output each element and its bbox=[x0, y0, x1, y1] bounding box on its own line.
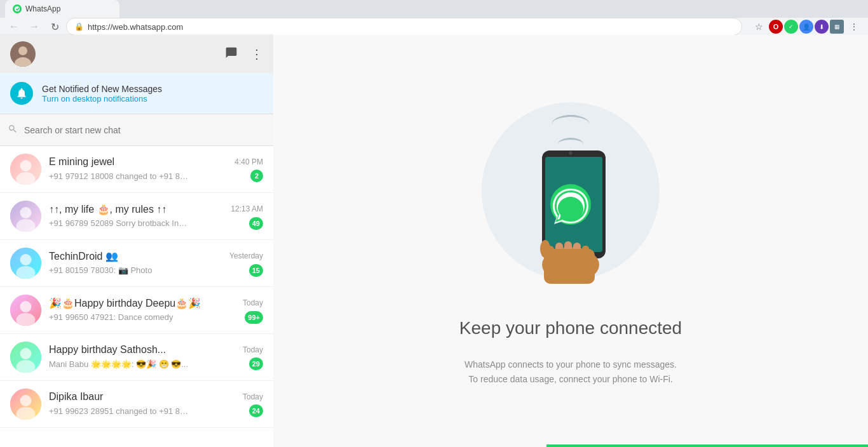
avatar[interactable] bbox=[10, 41, 36, 67]
chat-avatar bbox=[10, 154, 41, 185]
chat-avatar bbox=[10, 389, 41, 420]
browser-toolbar: ← → ↻ 🔒 https://web.whatsapp.com ☆ O ✓ 👤… bbox=[0, 18, 868, 36]
bookmark-button[interactable]: ☆ bbox=[750, 18, 768, 36]
right-panel: Keep your phone connected WhatsApp conne… bbox=[273, 35, 868, 447]
tab-favicon bbox=[13, 4, 22, 13]
list-item[interactable]: Happy birthday Sathosh... Today Mani Bab… bbox=[0, 334, 273, 381]
list-item[interactable]: TechinDroid 👥 Yesterday +91 80159 78030:… bbox=[0, 240, 273, 287]
chat-content: TechinDroid 👥 Yesterday +91 80159 78030:… bbox=[49, 250, 263, 277]
notification-banner: Get Notified of New Messages Turn on des… bbox=[0, 73, 273, 114]
lock-icon: 🔒 bbox=[74, 22, 84, 31]
profile-icon-blue: 👤 bbox=[799, 20, 813, 34]
phone-illustration bbox=[475, 96, 666, 299]
opera-icon: O bbox=[769, 20, 783, 34]
chat-name: E mining jewel bbox=[49, 156, 114, 168]
notification-link[interactable]: Turn on desktop notifications bbox=[42, 94, 162, 103]
chat-time: 12:13 AM bbox=[231, 204, 263, 213]
extension-icon-gray: ▦ bbox=[830, 20, 844, 34]
status-badge: 2 bbox=[250, 170, 263, 182]
browser-actions: ☆ O ✓ 👤 ⬇ ▦ ⋮ bbox=[750, 18, 863, 36]
chat-avatar bbox=[10, 248, 41, 279]
chat-avatar bbox=[10, 342, 41, 373]
browser-tabs: WhatsApp bbox=[0, 0, 868, 18]
new-chat-icon[interactable] bbox=[225, 46, 238, 62]
menu-button[interactable]: ⋮ bbox=[845, 18, 863, 36]
browser-chrome: WhatsApp ← → ↻ 🔒 https://web.whatsapp.co… bbox=[0, 0, 868, 35]
search-input[interactable] bbox=[24, 125, 266, 135]
list-item[interactable]: ↑↑, my life 🎂, my rules ↑↑ 12:13 AM +91 … bbox=[0, 193, 273, 240]
status-badge: 49 bbox=[249, 217, 263, 230]
chat-content: E mining jewel 4:40 PM +91 97912 18008 c… bbox=[49, 156, 263, 182]
notification-bell-icon bbox=[10, 82, 33, 105]
chat-message: +91 99650 47921: Dance comedy bbox=[49, 312, 173, 322]
chat-content: Dipika Ibaur Today +91 99623 28951 chang… bbox=[49, 391, 263, 417]
chat-name: Dipika Ibaur bbox=[49, 391, 103, 403]
url-text: https://web.whatsapp.com bbox=[88, 22, 183, 32]
browser-tab[interactable]: WhatsApp bbox=[5, 0, 119, 18]
chat-message: +91 97912 18008 changed to +91 889... bbox=[49, 171, 189, 181]
welcome-title: Keep your phone connected bbox=[459, 318, 682, 338]
chat-bottom: +91 96789 52089 Sorry brotback Inv... 49 bbox=[49, 217, 263, 230]
welcome-content: Keep your phone connected WhatsApp conne… bbox=[434, 70, 707, 411]
header-icons: ⋮ bbox=[225, 46, 263, 62]
bottom-green-bar bbox=[546, 444, 868, 447]
app-container: ⋮ Get Notified of New Messages Turn on d… bbox=[0, 35, 868, 447]
chat-time: 4:40 PM bbox=[234, 157, 263, 166]
menu-icon[interactable]: ⋮ bbox=[250, 46, 263, 62]
chat-avatar bbox=[10, 295, 41, 326]
chat-bottom: +91 99623 28951 changed to +91 800... 24 bbox=[49, 404, 263, 417]
chat-top: ↑↑, my life 🎂, my rules ↑↑ 12:13 AM bbox=[49, 203, 263, 215]
chat-bottom: +91 80159 78030: 📷 Photo 15 bbox=[49, 264, 263, 277]
svg-point-2 bbox=[18, 46, 27, 55]
chat-name: TechinDroid 👥 bbox=[49, 250, 118, 262]
welcome-description: WhatsApp connects to your phone to sync … bbox=[463, 357, 679, 386]
chat-name: 🎉🎂Happy birthday Deepu🎂🎉 bbox=[49, 297, 201, 309]
chat-time: Yesterday bbox=[229, 251, 263, 260]
notification-title: Get Notified of New Messages bbox=[42, 84, 162, 94]
list-item[interactable]: Dipika Ibaur Today +91 99623 28951 chang… bbox=[0, 381, 273, 428]
svg-point-20 bbox=[20, 395, 32, 406]
address-bar[interactable]: 🔒 https://web.whatsapp.com bbox=[66, 18, 742, 36]
svg-rect-33 bbox=[544, 249, 595, 284]
chat-bottom: Mani Babu 🌟🌟🌟🌟: 😎🎉 😁 😎... 29 bbox=[49, 357, 263, 370]
search-bar bbox=[0, 114, 273, 146]
svg-point-24 bbox=[569, 151, 573, 155]
list-item[interactable]: 🎉🎂Happy birthday Deepu🎂🎉 Today +91 99650… bbox=[0, 287, 273, 334]
chat-content: ↑↑, my life 🎂, my rules ↑↑ 12:13 AM +91 … bbox=[49, 203, 263, 230]
reload-button[interactable]: ↻ bbox=[46, 18, 64, 36]
back-button[interactable]: ← bbox=[5, 18, 23, 36]
phone-hand-wrapper bbox=[507, 138, 634, 299]
status-badge: 99+ bbox=[245, 311, 263, 324]
chat-top: 🎉🎂Happy birthday Deepu🎂🎉 Today bbox=[49, 297, 263, 309]
chat-time: Today bbox=[243, 345, 263, 354]
tab-title: WhatsApp bbox=[25, 4, 60, 13]
wifi-arc-large bbox=[552, 115, 590, 134]
list-item[interactable]: E mining jewel 4:40 PM +91 97912 18008 c… bbox=[0, 146, 273, 193]
chat-top: E mining jewel 4:40 PM bbox=[49, 156, 263, 168]
chat-name: Happy birthday Sathosh... bbox=[49, 344, 166, 356]
phone-hand-svg bbox=[507, 138, 634, 297]
chat-time: Today bbox=[243, 298, 263, 307]
svg-point-8 bbox=[20, 207, 32, 218]
chat-time: Today bbox=[243, 392, 263, 401]
chat-list: E mining jewel 4:40 PM +91 97912 18008 c… bbox=[0, 146, 273, 447]
chat-bottom: +91 99650 47921: Dance comedy 99+ bbox=[49, 311, 263, 324]
chat-content: 🎉🎂Happy birthday Deepu🎂🎉 Today +91 99650… bbox=[49, 297, 263, 324]
search-icon bbox=[8, 124, 18, 137]
chat-message: Mani Babu 🌟🌟🌟🌟: 😎🎉 😁 😎... bbox=[49, 359, 188, 369]
forward-button[interactable]: → bbox=[25, 18, 43, 36]
svg-point-11 bbox=[20, 254, 32, 265]
svg-point-14 bbox=[20, 301, 32, 312]
chat-bottom: +91 97912 18008 changed to +91 889... 2 bbox=[49, 170, 263, 182]
status-badge: 29 bbox=[249, 357, 263, 370]
chat-message: +91 99623 28951 changed to +91 800... bbox=[49, 406, 189, 416]
chat-message: +91 80159 78030: 📷 Photo bbox=[49, 265, 152, 275]
chat-message: +91 96789 52089 Sorry brotback Inv... bbox=[49, 218, 189, 228]
chat-top: Happy birthday Sathosh... Today bbox=[49, 344, 263, 356]
left-header: ⋮ bbox=[0, 35, 273, 73]
notification-text: Get Notified of New Messages Turn on des… bbox=[42, 84, 162, 103]
svg-point-5 bbox=[20, 160, 32, 171]
svg-point-17 bbox=[20, 348, 32, 359]
status-badge: 15 bbox=[249, 264, 263, 277]
chat-content: Happy birthday Sathosh... Today Mani Bab… bbox=[49, 344, 263, 370]
